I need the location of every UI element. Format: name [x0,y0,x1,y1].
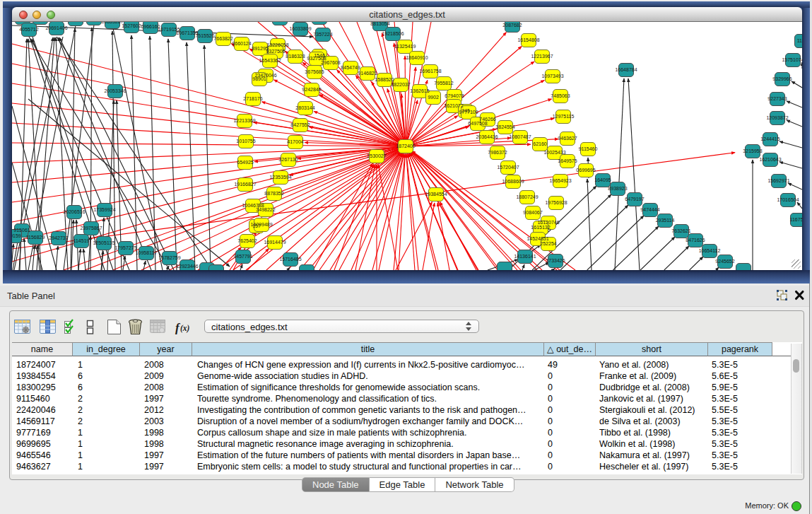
svg-text:10958117: 10958117 [136,250,158,255]
svg-text:1588520: 1588520 [375,77,394,82]
svg-text:16210643: 16210643 [759,157,781,162]
svg-text:0699695: 0699695 [576,168,595,173]
svg-text:16648784: 16648784 [615,67,637,72]
svg-text:1244415: 1244415 [760,136,779,141]
svg-text:2942737: 2942737 [49,235,68,240]
svg-text:9242848: 9242848 [302,87,321,92]
svg-text:2087682: 2087682 [502,23,522,28]
svg-text:17359924: 17359924 [93,207,115,212]
svg-text:15692971: 15692971 [767,178,789,183]
svg-text:2967608: 2967608 [321,60,340,65]
svg-text:6497508: 6497508 [468,121,487,126]
svg-text:7357224: 7357224 [313,32,332,37]
svg-text:10654112: 10654112 [699,248,721,253]
svg-text:9146821: 9146821 [358,71,377,76]
svg-text:114519: 114519 [73,238,90,243]
svg-text:19654923: 19654923 [549,178,571,183]
svg-text:16120746: 16120746 [537,220,559,225]
svg-text:6794078: 6794078 [445,93,464,98]
svg-text:1527602: 1527602 [122,23,141,28]
svg-text:654925: 654925 [237,160,253,165]
svg-text:4055712: 4055712 [19,27,38,32]
svg-text:8938923: 8938923 [608,186,627,191]
svg-text:116753: 116753 [790,217,802,222]
svg-text:1733426: 1733426 [546,258,565,263]
svg-text:3824554: 3824554 [495,124,514,129]
svg-text:1010755: 1010755 [236,139,255,144]
svg-text:7515526: 7515526 [195,33,214,38]
svg-text:15716485: 15716485 [279,257,301,262]
svg-text:2718176: 2718176 [243,96,262,101]
svg-text:14099489: 14099489 [250,222,272,227]
svg-text:2935114: 2935114 [656,218,675,223]
svg-text:19384554: 19384554 [425,192,447,197]
svg-text:8186328: 8186328 [286,54,305,59]
svg-text:2803144: 2803144 [295,105,314,110]
svg-text:18640910: 18640910 [406,55,428,60]
svg-text:(x): (x) [180,324,190,333]
svg-text:746266: 746266 [479,117,495,122]
svg-text:12505135: 12505135 [93,240,114,245]
svg-text:1621072: 1621072 [444,103,463,108]
svg-text:16782759: 16782759 [158,255,180,260]
svg-text:10853287: 10853287 [101,22,123,24]
svg-text:417004: 417004 [287,139,303,144]
svg-text:9463627: 9463627 [558,136,577,141]
svg-text:2530027: 2530027 [367,153,386,158]
svg-text:1362615: 1362615 [410,88,429,93]
svg-text:16154808: 16154808 [517,37,539,42]
svg-text:98901: 98901 [252,76,266,81]
svg-text:8454749: 8454749 [341,65,360,70]
svg-text:10807487: 10807487 [509,134,531,139]
svg-text:3498222: 3498222 [256,207,275,212]
svg-text:20691406: 20691406 [45,25,67,30]
svg-text:19218506: 19218506 [382,31,404,36]
svg-text:9245652: 9245652 [715,259,734,264]
svg-text:3267130: 3267130 [278,157,298,162]
svg-text:17016504: 17016504 [777,197,799,202]
svg-text:164095: 164095 [594,177,611,182]
svg-text:20364436: 20364436 [476,134,498,139]
svg-text:10688609: 10688609 [502,179,524,184]
svg-text:9902: 9902 [428,95,439,100]
svg-text:16033809: 16033809 [289,26,311,31]
svg-text:7986372: 7986372 [488,150,507,155]
svg-text:19166827: 19166827 [234,182,256,187]
svg-text:8427552: 8427552 [290,122,310,127]
svg-text:16914479: 16914479 [264,240,286,245]
svg-text:10973493: 10973493 [541,74,563,78]
svg-text:3675685: 3675685 [305,69,324,74]
svg-text:1872400: 1872400 [396,144,415,148]
svg-text:9457791: 9457791 [233,254,252,259]
svg-text:15751074: 15751074 [782,57,802,62]
svg-text:16961758: 16961758 [419,69,441,74]
svg-text:1649575: 1649575 [558,158,577,163]
svg-text:9474444: 9474444 [640,207,659,212]
svg-text:3215958: 3215958 [743,148,762,153]
svg-text:62160: 62160 [533,141,547,146]
svg-text:8878352: 8878352 [264,191,283,196]
svg-text:17957275: 17957275 [114,245,136,250]
svg-text:8471626: 8471626 [686,238,705,243]
svg-text:8813054: 8813054 [370,22,389,26]
svg-text:1117: 1117 [797,38,802,43]
svg-text:1615132: 1615132 [531,225,550,230]
svg-text:1156829: 1156829 [26,235,45,240]
svg-text:39159: 39159 [12,233,21,238]
svg-text:12975115: 12975115 [553,114,575,119]
svg-text:7625402: 7625402 [237,238,257,243]
svg-text:18807249: 18807249 [516,194,538,199]
svg-text:7632621: 7632621 [671,228,690,233]
svg-text:6479197: 6479197 [625,197,644,201]
svg-text:15720407: 15720407 [497,165,519,170]
svg-text:19756928: 19756928 [545,200,567,205]
svg-text:12213967: 12213967 [531,54,553,59]
svg-text:7485063: 7485063 [551,93,570,98]
svg-text:8822037: 8822037 [391,82,410,87]
svg-text:20053346: 20053346 [104,88,126,93]
svg-text:7663822: 7663822 [213,36,233,41]
svg-text:23975867: 23975867 [80,226,102,230]
svg-text:12353594: 12353594 [269,175,291,180]
svg-text:12093872: 12093872 [766,115,788,120]
svg-text:11325419: 11325419 [394,44,416,49]
